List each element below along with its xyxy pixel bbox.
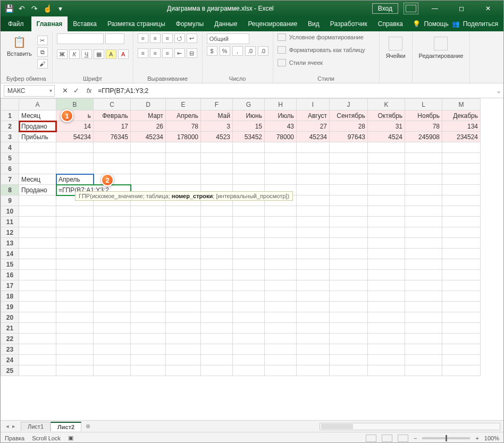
cell-I2[interactable]: 27	[297, 121, 330, 132]
editing-button[interactable]: Редактирование	[417, 33, 466, 62]
cell-E7[interactable]	[166, 174, 201, 185]
cell-A22[interactable]	[19, 334, 56, 344]
cell-D22[interactable]	[131, 334, 166, 344]
col-header-E[interactable]: E	[166, 99, 201, 110]
cell-M8[interactable]	[442, 185, 481, 195]
cell-M15[interactable]	[442, 259, 481, 270]
cell-B23[interactable]	[56, 344, 94, 355]
cell-H25[interactable]	[265, 365, 297, 376]
cell-L2[interactable]: 78	[405, 121, 442, 132]
undo-icon[interactable]: ↶	[18, 4, 26, 13]
cell-F6[interactable]	[201, 164, 233, 174]
cell-A5[interactable]	[19, 153, 56, 164]
tab-insert[interactable]: Вставка	[68, 16, 102, 31]
cells-button[interactable]: Ячейки	[384, 33, 408, 62]
font-color-button[interactable]: A	[118, 49, 129, 59]
cell-C4[interactable]	[94, 142, 131, 153]
cell-B12[interactable]	[56, 227, 94, 238]
cell-J18[interactable]	[330, 291, 368, 302]
add-sheet-button[interactable]: ⊕	[81, 423, 95, 430]
cell-D17[interactable]	[131, 280, 166, 291]
cell-L14[interactable]	[405, 249, 442, 259]
cell-L20[interactable]	[405, 312, 442, 323]
cell-I19[interactable]	[297, 302, 330, 312]
cell-L19[interactable]	[405, 302, 442, 312]
cell-G20[interactable]	[233, 312, 265, 323]
cell-L24[interactable]	[405, 355, 442, 365]
cell-F21[interactable]	[201, 323, 233, 334]
cell-H16[interactable]	[265, 270, 297, 280]
row-header-8[interactable]: 8	[1, 185, 19, 195]
cell-A12[interactable]	[19, 227, 56, 238]
row-header-6[interactable]: 6	[1, 164, 19, 174]
cell-F1[interactable]: Май	[201, 110, 233, 121]
cell-I9[interactable]	[297, 195, 330, 206]
cell-H14[interactable]	[265, 249, 297, 259]
cell-B2[interactable]: 14	[56, 121, 94, 132]
cell-G19[interactable]	[233, 302, 265, 312]
merge-icon[interactable]: ⊟	[187, 48, 197, 58]
formula-input[interactable]: =ГПР(B7;A1:Y3;2	[96, 87, 494, 95]
font-name-combo[interactable]	[57, 33, 104, 44]
row-header-9[interactable]: 9	[1, 195, 19, 206]
cell-D13[interactable]	[131, 238, 166, 249]
cell-K21[interactable]	[368, 323, 405, 334]
format-as-table-button[interactable]: Форматировать как таблицу	[278, 46, 365, 54]
cell-M13[interactable]	[442, 238, 481, 249]
cell-K13[interactable]	[368, 238, 405, 249]
cell-D1[interactable]: Март	[131, 110, 166, 121]
cell-F3[interactable]: 4523	[201, 132, 233, 142]
percent-icon[interactable]: %	[220, 46, 230, 56]
cell-G5[interactable]	[233, 153, 265, 164]
cell-G6[interactable]	[233, 164, 265, 174]
cell-J20[interactable]	[330, 312, 368, 323]
tab-formulas[interactable]: Формулы	[171, 16, 209, 31]
cell-C19[interactable]	[94, 302, 131, 312]
cell-G1[interactable]: Июнь	[233, 110, 265, 121]
cell-G21[interactable]	[233, 323, 265, 334]
cell-C21[interactable]	[94, 323, 131, 334]
cell-M1[interactable]: Декабрь	[442, 110, 481, 121]
cell-M23[interactable]	[442, 344, 481, 355]
comma-icon[interactable]: ,	[232, 46, 243, 56]
cell-J7[interactable]	[330, 174, 368, 185]
cell-L25[interactable]	[405, 365, 442, 376]
cell-L4[interactable]	[405, 142, 442, 153]
cell-K25[interactable]	[368, 365, 405, 376]
cell-B20[interactable]	[56, 312, 94, 323]
cell-B5[interactable]	[56, 153, 94, 164]
cell-H17[interactable]	[265, 280, 297, 291]
cell-J9[interactable]	[330, 195, 368, 206]
cell-K11[interactable]	[368, 217, 405, 227]
cell-J17[interactable]	[330, 280, 368, 291]
row-header-21[interactable]: 21	[1, 323, 19, 334]
cell-J22[interactable]	[330, 334, 368, 344]
cell-E18[interactable]	[166, 291, 201, 302]
cell-C23[interactable]	[94, 344, 131, 355]
cell-M20[interactable]	[442, 312, 481, 323]
cell-B22[interactable]	[56, 334, 94, 344]
cell-A10[interactable]	[19, 206, 56, 217]
cell-H23[interactable]	[265, 344, 297, 355]
format-painter-icon[interactable]: 🖌	[37, 59, 48, 69]
cell-G23[interactable]	[233, 344, 265, 355]
cell-K20[interactable]	[368, 312, 405, 323]
cell-B24[interactable]	[56, 355, 94, 365]
cell-I3[interactable]: 45234	[297, 132, 330, 142]
cell-E2[interactable]: 78	[166, 121, 201, 132]
cell-B4[interactable]	[56, 142, 94, 153]
cell-F20[interactable]	[201, 312, 233, 323]
cell-L9[interactable]	[405, 195, 442, 206]
cell-M14[interactable]	[442, 249, 481, 259]
cell-A6[interactable]	[19, 164, 56, 174]
cell-L23[interactable]	[405, 344, 442, 355]
cell-K17[interactable]	[368, 280, 405, 291]
cell-G12[interactable]	[233, 227, 265, 238]
cell-B7[interactable]: Апрель	[56, 174, 94, 185]
cell-K10[interactable]	[368, 206, 405, 217]
cell-E20[interactable]	[166, 312, 201, 323]
fill-color-button[interactable]: A	[106, 49, 116, 59]
cell-K2[interactable]: 31	[368, 121, 405, 132]
cell-K19[interactable]	[368, 302, 405, 312]
cell-M10[interactable]	[442, 206, 481, 217]
